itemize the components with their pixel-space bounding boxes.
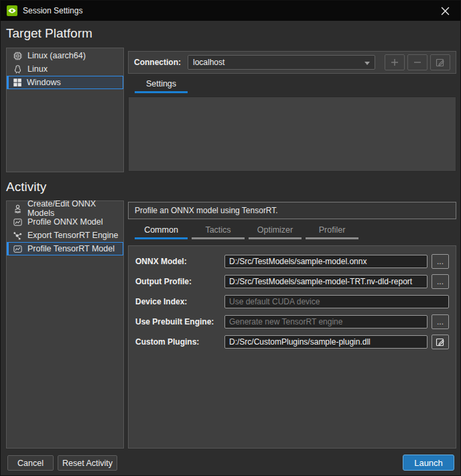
- use-prebuilt-engine-field-row: Use Prebuilt Engine: ...: [135, 314, 449, 329]
- settings-panel: [128, 97, 456, 172]
- reset-activity-button[interactable]: Reset Activity: [58, 455, 117, 471]
- close-button[interactable]: [434, 1, 456, 21]
- custom-plugins-input[interactable]: [224, 335, 427, 349]
- platform-tabs: Settings: [128, 77, 456, 93]
- edit-icon: [436, 337, 445, 347]
- window-title: Session Settings: [23, 6, 82, 15]
- connection-panel: Connection: localhost: [128, 51, 456, 74]
- custom-plugins-edit-button[interactable]: [432, 335, 449, 349]
- activity-item-label: Create/Edit ONNX Models: [27, 199, 123, 218]
- connection-select[interactable]: localhost: [188, 55, 375, 70]
- chevron-down-icon: [365, 62, 370, 65]
- activity-form-panel: ONNX Model: ... Output Profile: ... Devi…: [128, 245, 456, 449]
- launch-button[interactable]: Launch: [403, 455, 454, 471]
- platform-item-linux[interactable]: Linux: [7, 62, 123, 76]
- activity-item-export-tensorrt-engine[interactable]: Export TensorRT Engine: [7, 229, 123, 242]
- tab-tactics-label: Tactics: [205, 225, 230, 235]
- tab-profiler[interactable]: Profiler: [306, 223, 358, 239]
- cancel-button[interactable]: Cancel: [7, 455, 54, 471]
- onnx-model-field-row: ONNX Model: ...: [135, 254, 449, 269]
- tab-common[interactable]: Common: [135, 223, 188, 239]
- custom-plugins-field-row: Custom Plugins:: [135, 335, 449, 349]
- plus-icon: [390, 58, 399, 67]
- activity-item-label: Profile ONNX Model: [27, 217, 103, 227]
- tab-inactive-underline: [306, 237, 358, 239]
- onnx-model-label: ONNX Model:: [135, 257, 224, 266]
- title-bar: Session Settings: [1, 1, 460, 21]
- close-icon: [441, 7, 450, 15]
- edit-connection-button[interactable]: [430, 54, 450, 70]
- platform-item-label: Windows: [27, 78, 61, 87]
- tab-active-underline: [135, 237, 188, 239]
- add-connection-button[interactable]: [385, 54, 405, 70]
- tab-optimizer-label: Optimizer: [257, 225, 293, 235]
- platform-item-windows[interactable]: Windows: [7, 76, 123, 89]
- output-profile-label: Output Profile:: [135, 277, 224, 286]
- nvidia-logo-icon: [7, 5, 17, 16]
- device-index-input[interactable]: [224, 295, 449, 308]
- device-index-field-row: Device Index:: [135, 294, 449, 309]
- tab-inactive-underline: [249, 237, 302, 239]
- activity-item-create-edit-onnx-models[interactable]: Create/Edit ONNX Models: [7, 202, 123, 215]
- target-platform-heading: Target Platform: [6, 26, 92, 41]
- profile-chart-icon: [13, 244, 23, 254]
- person-graph-icon: [13, 204, 23, 214]
- tab-tactics[interactable]: Tactics: [192, 223, 245, 239]
- chip-icon: [13, 51, 23, 61]
- connection-value: localhost: [193, 58, 224, 67]
- use-prebuilt-engine-input[interactable]: [224, 315, 427, 329]
- activity-item-profile-tensorrt-model[interactable]: Profile TensorRT Model: [7, 242, 123, 255]
- remove-connection-button[interactable]: [407, 54, 427, 70]
- activity-description: Profile an ONNX model using TensorRT.: [128, 202, 456, 219]
- activity-item-label: Profile TensorRT Model: [27, 244, 115, 253]
- activity-tabs: Common Tactics Optimizer Profiler: [128, 223, 456, 239]
- platform-list: Linux (aarch64) Linux Windows: [6, 48, 124, 172]
- activity-list: Create/Edit ONNX Models Profile ONNX Mod…: [6, 200, 124, 449]
- tab-active-underline: [135, 91, 188, 93]
- tab-optimizer[interactable]: Optimizer: [249, 223, 302, 239]
- output-profile-field-row: Output Profile: ...: [135, 274, 449, 289]
- platform-item-linux-aarch64[interactable]: Linux (aarch64): [7, 49, 123, 62]
- platform-item-label: Linux: [27, 64, 48, 74]
- tab-common-label: Common: [144, 225, 178, 235]
- linux-penguin-icon: [13, 64, 23, 74]
- output-profile-browse-button[interactable]: ...: [432, 274, 449, 289]
- onnx-model-browse-button[interactable]: ...: [432, 254, 449, 269]
- platform-item-label: Linux (aarch64): [27, 51, 86, 60]
- onnx-model-input[interactable]: [224, 255, 427, 268]
- activity-description-text: Profile an ONNX model using TensorRT.: [135, 206, 278, 215]
- connection-label: Connection:: [134, 58, 181, 67]
- activity-item-label: Export TensorRT Engine: [27, 231, 119, 240]
- tab-inactive-underline: [192, 237, 245, 239]
- use-prebuilt-engine-label: Use Prebuilt Engine:: [135, 317, 224, 326]
- minus-icon: [413, 58, 422, 67]
- windows-logo-icon: [13, 78, 22, 87]
- tab-settings-label: Settings: [146, 79, 176, 88]
- custom-plugins-label: Custom Plugins:: [135, 337, 224, 347]
- use-prebuilt-engine-browse-button[interactable]: ...: [432, 314, 449, 329]
- edit-icon: [436, 58, 445, 67]
- tab-settings[interactable]: Settings: [135, 77, 188, 93]
- network-graph-icon: [13, 231, 23, 241]
- activity-heading: Activity: [6, 180, 46, 194]
- device-index-label: Device Index:: [135, 297, 224, 306]
- session-settings-dialog: Session Settings Target Platform Linux (…: [0, 0, 461, 476]
- output-profile-input[interactable]: [224, 275, 427, 288]
- tab-profiler-label: Profiler: [319, 225, 346, 235]
- profile-chart-icon: [13, 217, 23, 227]
